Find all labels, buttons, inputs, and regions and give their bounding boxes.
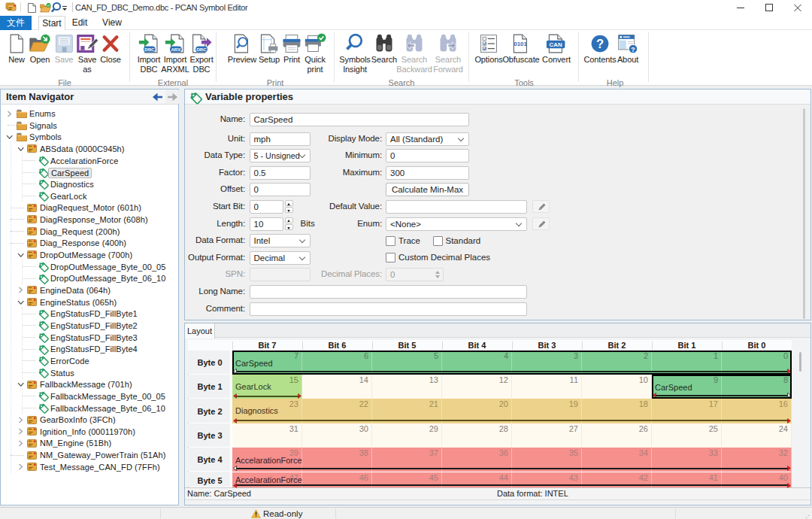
svg-text:0101: 0101 bbox=[514, 41, 527, 47]
svg-text:CAN: CAN bbox=[550, 41, 562, 48]
svg-text:DBC: DBC bbox=[196, 47, 207, 52]
svg-text:?: ? bbox=[631, 46, 635, 53]
